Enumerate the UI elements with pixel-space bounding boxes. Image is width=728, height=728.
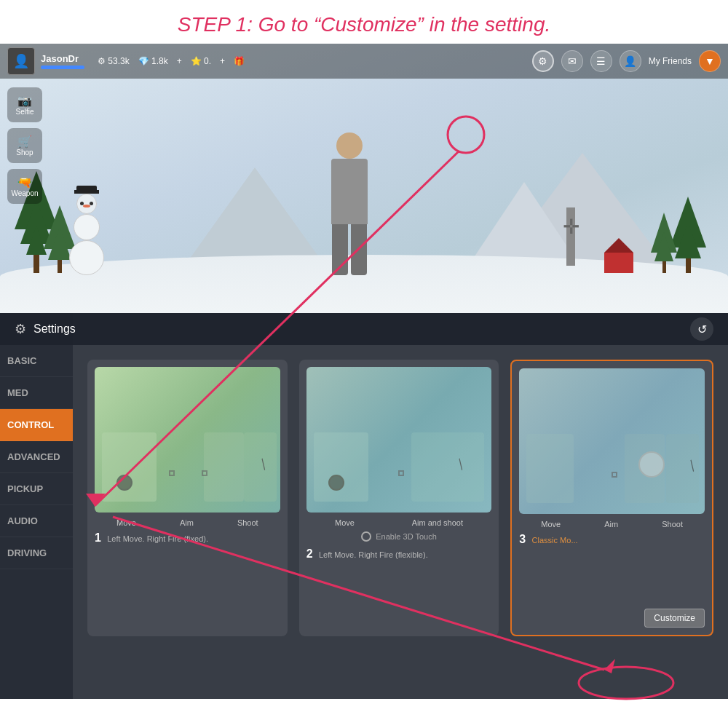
card-2-3d-touch: Enable 3D Touch [306,531,492,542]
nav-item-med[interactable]: MED [0,377,73,409]
card3-dot1 [612,472,617,478]
selfie-icon-btn[interactable]: 📷 Selfie [7,87,42,122]
card1-dot2 [169,470,175,476]
card1-joystick [116,475,132,491]
card1-label-move: Move [116,518,136,527]
selfie-label: Selfie [15,108,33,116]
card-3-preview: ⁄ [519,368,705,514]
game-screenshot: ✛ 👤 JasonDr ⚙ 53.3k 💎 1.8k + [0,44,728,313]
nav-item-driving[interactable]: DRIVING [0,537,73,569]
card2-label-move: Move [335,518,355,527]
card1-shoot-zone [244,432,277,502]
card2-label-aim-shoot: Aim and shoot [412,518,463,527]
windmill: ✛ [566,207,575,266]
card-2-labels: Move Aim and shoot [306,518,492,527]
card1-dot1 [202,470,207,476]
card-1-number-label: 1 Left Move. Right Fire (fixed). [95,531,280,545]
card-1-preview: ⁄ [95,367,280,513]
shop-icon-btn[interactable]: 🛒 Shop [7,128,42,163]
player-username: JasonDr [41,53,84,64]
settings-header: ⚙ Settings ↺ [0,313,728,345]
card2-dot1 [398,470,404,476]
card1-label-shoot: Shoot [237,518,258,527]
card2-aim-shoot-zone [411,432,484,502]
hud-stats: ⚙ 53.3k 💎 1.8k + ⭐ 0. + 🎁 [98,56,245,66]
control-card-1: ⁄ Move Aim Shoot 1 Left Move. Right Fire… [87,360,288,636]
hud-right-icons: ⚙ ✉ ☰ 👤 My Friends ▼ [532,50,721,72]
card3-label-move: Move [541,520,561,529]
weapon-icon-btn[interactable]: 🔫 Weapon [7,169,42,204]
3d-touch-circle [361,531,371,542]
nav-item-advanced[interactable]: ADVANCED [0,441,73,473]
mail-icon[interactable]: ✉ [561,50,583,72]
nav-item-pickup[interactable]: PICKUP [0,473,73,505]
stat-star: ⭐ 0. [191,56,211,66]
card3-move-zone [526,434,574,503]
3d-touch-label: Enable 3D Touch [376,532,437,541]
instruction-bar: STEP 1: Go to “Customize” in the setting… [0,0,728,44]
game-left-icons: 📷 Selfie 🛒 Shop 🔫 Weapon [7,87,42,204]
card1-aim-zone [204,432,244,502]
xp-bar [41,66,84,69]
control-cards-container: ⁄ Move Aim Shoot 1 Left Move. Right Fire… [87,360,713,636]
settings-header-gear-icon: ⚙ [15,321,26,337]
stat-coins: ⚙ 53.3k [98,56,130,66]
nav-item-audio[interactable]: AUDIO [0,505,73,537]
card-1-number: 1 [95,531,101,544]
hud-top-bar: 👤 JasonDr ⚙ 53.3k 💎 1.8k + ⭐ 0. + 🎁 ⚙ ✉ … [0,44,728,79]
card-3-number-label: 3 Classic Mo... [519,533,705,546]
chevron-down-icon[interactable]: ▼ [699,50,721,72]
stat-plus2: + [220,56,225,66]
settings-content: ⁄ Move Aim Shoot 1 Left Move. Right Fire… [73,313,728,699]
card-2-number: 2 [306,547,313,560]
list-icon[interactable]: ☰ [590,50,612,72]
player-avatar: 👤 [7,47,35,75]
settings-nav: BASIC MED CONTROL ADVANCED PICKUP AUDIO … [0,313,73,699]
card2-move-zone [314,432,368,502]
weapon-label: Weapon [11,189,38,197]
red-house [604,238,633,273]
card-2-number-label: 2 Left Move. Right Fire (flexible). [306,547,492,561]
card-2-desc: Left Move. Right Fire (flexible). [319,550,428,559]
control-card-3: ⁄ Move Aim Shoot 3 Classic Mo... Customi… [510,360,713,636]
pine-tree-right-2 [651,213,677,273]
control-card-2: ⁄ Move Aim and shoot Enable 3D Touch 2 L… [299,360,499,636]
shop-label: Shop [16,149,33,157]
card2-joystick [328,475,344,491]
mountain-left [182,167,328,269]
card-2-preview: ⁄ [306,367,492,513]
nav-item-control[interactable]: CONTROL [0,409,73,441]
nav-item-basic[interactable]: BASIC [0,345,73,377]
stat-plus: + [177,56,182,66]
card1-label-aim: Aim [180,518,194,527]
settings-header-title: Settings [33,323,76,336]
card1-move-zone [102,432,157,502]
snowman [69,186,104,275]
profile-icon[interactable]: 👤 [620,50,641,72]
gift-icon[interactable]: 🎁 [234,56,245,66]
back-icon: ↺ [697,323,707,336]
character [331,132,368,275]
stat-gems: 💎 1.8k [138,56,168,66]
card3-label-aim: Aim [604,520,618,529]
card3-aim-circle [638,451,665,478]
settings-back-button[interactable]: ↺ [690,317,713,341]
card-3-number: 3 [519,533,526,545]
card-3-labels: Move Aim Shoot [519,520,705,529]
player-info: JasonDr [41,53,84,69]
card3-label-shoot: Shoot [662,520,683,529]
card-3-desc: Classic Mo... [532,536,578,545]
card-1-desc: Left Move. Right Fire (fixed). [107,534,208,543]
friends-label[interactable]: My Friends [649,56,692,66]
card-1-labels: Move Aim Shoot [95,518,280,527]
instruction-text: STEP 1: Go to “Customize” in the setting… [178,13,551,36]
customize-button[interactable]: Customize [644,609,705,628]
settings-panel: ⚙ Settings ↺ BASIC MED CONTROL ADVANCED … [0,313,728,699]
settings-gear-icon[interactable]: ⚙ [532,50,554,72]
